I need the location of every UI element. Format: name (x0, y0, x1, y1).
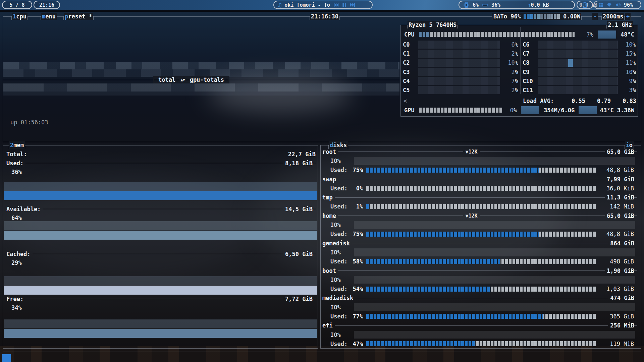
meter-fill (366, 204, 369, 209)
core-graph (538, 50, 618, 58)
percent-sign: % (633, 59, 636, 66)
percent-sign: % (633, 78, 636, 84)
disk-io-label: IO% (330, 304, 341, 311)
core-label: C11 (523, 87, 538, 94)
mem-graph-bar (4, 286, 317, 295)
media-pause-button[interactable] (342, 2, 347, 8)
media-previous-button[interactable] (333, 2, 339, 8)
divider-line (25, 299, 283, 299)
disk-total-size: 474 GiB (610, 295, 634, 301)
core-row: C47% (401, 76, 520, 85)
volume-icon (615, 2, 621, 8)
disk-used-value: 1,03 GiB (600, 286, 634, 292)
disk-total-size: 65,0 GiB (607, 148, 634, 155)
media-player-pill[interactable]: ♫ oki Tomori - To (273, 1, 373, 9)
mem-stat-row: Free:7,72 GiB (6, 294, 316, 303)
battery-segment (554, 14, 556, 19)
battery-segment (530, 14, 533, 19)
meter-fill (366, 314, 543, 319)
core-percent: 6% (503, 41, 518, 48)
disk-header-row: boot1,90 GiB (321, 266, 641, 275)
percent-number: 2 (512, 87, 515, 94)
gpu-usage-meter (419, 108, 502, 113)
mem-stat-percent: 36% (11, 168, 22, 177)
mem-stat-label: Cached: (6, 251, 31, 257)
up-down-arrows-icon[interactable]: ▲▼ (180, 77, 184, 82)
disk-used-meter (366, 259, 596, 264)
disk-used-meter (366, 314, 596, 319)
percent-number: 10 (626, 41, 632, 48)
disk-used-value: 498 GiB (600, 258, 634, 265)
core-label: C8 (523, 59, 538, 66)
media-next-button[interactable] (350, 2, 356, 8)
disk-name: tmp (322, 194, 333, 201)
battery-meter (524, 14, 560, 19)
core-row: C610% (521, 40, 638, 49)
graph-mode-total[interactable]: total (158, 76, 175, 83)
menu-hotkey: m (42, 13, 45, 20)
divider-line-stub (634, 216, 637, 216)
disk-used-meter (366, 287, 596, 292)
cpu-box-hotkey: 1 (13, 13, 16, 20)
menu-button[interactable]: menu (41, 13, 57, 20)
divider-line (43, 209, 283, 209)
meter-fill (366, 232, 539, 237)
disk-io-graph (354, 221, 635, 229)
disk-name: mediadisk (322, 295, 353, 301)
disk-total-size: 1,90 GiB (607, 267, 634, 274)
divider-line-stub (634, 197, 637, 198)
cpu-frequency: 2.1 GHz (607, 21, 633, 28)
divider-dash (154, 80, 158, 80)
core-row: C12% (401, 49, 520, 58)
music-note-icon: ♫ (278, 2, 281, 8)
core-graph (538, 59, 618, 67)
divider-line (355, 298, 608, 298)
disk-total-size: 65,0 GiB (607, 213, 634, 219)
disk-used-meter (366, 204, 596, 209)
disk-used-percent: 54% (347, 286, 363, 292)
gpu-mem-graph (521, 106, 539, 114)
percent-number: 10 (626, 69, 632, 75)
scroll-left-icon[interactable]: < (404, 98, 407, 104)
disk-io-graph (354, 248, 635, 256)
plus-icon: + (626, 13, 630, 20)
mem-stat-value: 22,7 GiB (288, 151, 316, 158)
clipboard-pill[interactable] (577, 1, 593, 9)
percent-number: 10 (508, 59, 515, 66)
disk-io-label: IO% (330, 158, 341, 164)
workspace-indicator[interactable]: 5 / 8 (2, 1, 32, 9)
cpu-total-percent: 7% (575, 31, 593, 38)
load-average-value: 0.83 (611, 98, 636, 104)
disk-used-percent: 0% (347, 185, 363, 192)
mem-graph-bar (4, 319, 317, 328)
graph-mode-gpu-totals[interactable]: gpu-totals (190, 76, 224, 83)
load-average-value: 0.79 (585, 98, 611, 104)
core-label: C7 (523, 50, 538, 57)
core-graph (538, 68, 618, 76)
core-graph (418, 59, 500, 67)
wifi-icon (606, 2, 612, 7)
interval-increase-button[interactable]: + (625, 13, 631, 20)
core-label: C0 (403, 41, 418, 48)
preset-button[interactable]: preset * (64, 13, 93, 20)
divider-line-stub (634, 298, 637, 298)
clock-pill[interactable]: 21:16 (34, 1, 60, 9)
core-graph-blip (568, 59, 573, 67)
divider-dash (186, 80, 189, 80)
disk-used-label: Used: (330, 313, 347, 320)
load-average-values: 0.550.790.83 (560, 98, 636, 104)
core-percent: 10% (621, 69, 636, 75)
battery-segment (557, 14, 560, 19)
uptime-label: up 01:56:03 (10, 119, 48, 126)
cpu-graph-mode-selector[interactable]: total ▲▼ gpu-totals (153, 76, 229, 83)
core-percent: 7% (503, 78, 518, 84)
system-stats-pill[interactable]: 6% 36% ↑0.0 kB ↓0.0 kB (459, 1, 575, 9)
core-label: C3 (403, 69, 418, 75)
cpu-model-title: Ryzen 5 7640HS (408, 21, 458, 28)
quick-settings-pill[interactable]: 96% (594, 1, 641, 9)
disk-io-row: IO% (321, 275, 641, 284)
disk-used-value: 48,8 GiB (600, 167, 634, 173)
disk-name: root (322, 148, 336, 155)
divider-dash (176, 80, 179, 80)
disk-io-row: IO% (321, 248, 641, 257)
